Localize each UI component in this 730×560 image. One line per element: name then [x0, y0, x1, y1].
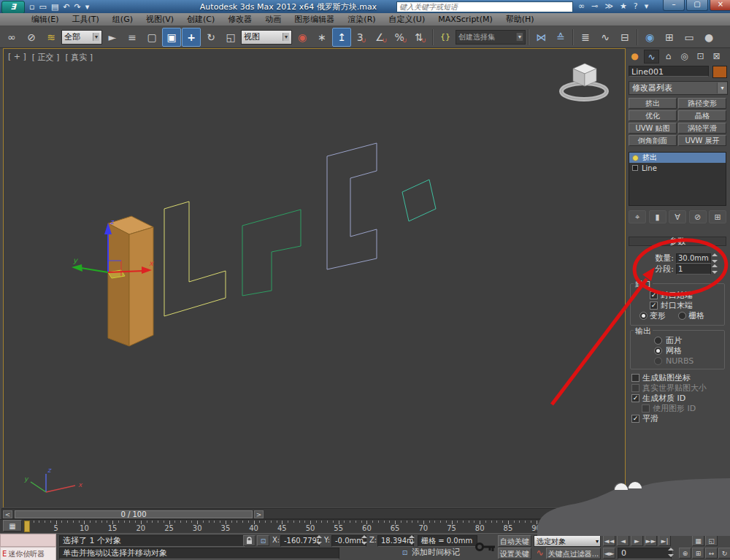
menu-maxscript[interactable]: MAXScript(M) [431, 13, 499, 26]
radio-grid[interactable] [678, 312, 686, 320]
save-file-icon[interactable]: ▤ [51, 2, 58, 12]
show-end-result-icon[interactable]: ▮ [649, 210, 666, 223]
time-slider-handle[interactable]: 0 / 100 [15, 510, 253, 518]
signin-icon[interactable]: ≫ [604, 1, 613, 11]
key-icon[interactable]: ⊸ [591, 1, 598, 11]
time-slider-track[interactable]: < 0 / 100 > [1, 508, 626, 519]
pin-stack-icon[interactable]: ⌖ [629, 210, 646, 223]
stack-item-line[interactable]: Line [629, 163, 726, 173]
modifier-button-optimize[interactable]: 优化 [629, 110, 677, 121]
viewport[interactable]: [ + ] [ 正交 ] [ 真实 ] x y z [3, 48, 626, 508]
go-to-start-icon[interactable]: ◄◄ [603, 535, 615, 546]
maximize-viewport-icon[interactable]: ◱ [705, 535, 718, 546]
menu-edit[interactable]: 编辑(E) [25, 13, 66, 26]
object-color-swatch[interactable] [712, 66, 727, 78]
select-and-link-icon[interactable]: ∞ [2, 28, 21, 47]
checkbox-cap-start[interactable]: ✓ [650, 291, 658, 299]
select-and-move-icon[interactable]: + [182, 28, 201, 47]
keying-mode-dropdown[interactable]: 选定对象 ▾ [534, 535, 601, 547]
bind-to-spacewarp-icon[interactable]: ≋ [42, 28, 61, 47]
spline-r[interactable] [242, 210, 301, 296]
spinner-snap-icon[interactable]: ⇅∪ [411, 28, 430, 47]
radio-patch[interactable] [654, 337, 662, 345]
maxscript-mini-listener-pink[interactable] [0, 534, 56, 547]
bulb-icon[interactable] [632, 155, 639, 161]
spline-C[interactable] [327, 143, 377, 269]
curve-editor-icon[interactable]: ∿ [596, 28, 615, 47]
frame-spinner[interactable] [668, 548, 675, 557]
make-unique-icon[interactable]: ∀ [669, 210, 686, 223]
key-filters-button[interactable]: 关键点过滤器... [546, 548, 601, 559]
tab-motion-icon[interactable]: ◎ [677, 50, 691, 62]
new-file-icon[interactable]: ▫ [29, 2, 34, 12]
extruded-box-right[interactable] [129, 227, 153, 346]
spline-diamond[interactable] [402, 180, 436, 221]
viewcube[interactable] [556, 61, 612, 103]
search-input[interactable] [397, 2, 572, 12]
layer-manager-icon[interactable]: ≣ [576, 28, 595, 47]
maximize-button[interactable]: ▢ [686, 0, 708, 11]
app-logo-button[interactable]: Ǝ [1, 1, 25, 14]
set-key-button[interactable]: 设置关键点 [498, 548, 531, 559]
go-to-end-icon[interactable]: ►| [658, 535, 671, 546]
schematic-view-icon[interactable]: ⊟ [615, 28, 634, 47]
next-frame-icon[interactable]: ►► [645, 535, 657, 546]
menu-views[interactable]: 视图(V) [139, 13, 180, 26]
minimize-button[interactable]: – [663, 0, 685, 11]
current-frame-marker[interactable] [24, 521, 30, 532]
play-animation-icon[interactable]: ► [631, 535, 643, 546]
angle-snap-icon[interactable]: ∠∪ [372, 28, 391, 47]
zoom-extents-icon[interactable]: ⊞ [692, 548, 704, 559]
modifier-button-turbosmooth[interactable]: 涡轮平滑 [678, 123, 726, 134]
modifier-button-uvwmap[interactable]: UVW 贴图 [629, 123, 677, 134]
z-spinner[interactable] [409, 535, 415, 545]
checkbox-gen-matids[interactable]: ✓ [631, 394, 639, 402]
selection-lock-icon[interactable] [243, 535, 256, 546]
unlink-selection-icon[interactable]: ⊘ [22, 28, 41, 47]
named-selection-dropdown[interactable]: 创建选择集▾ [456, 30, 526, 45]
open-mini-curve-editor-button[interactable]: ▦ [3, 520, 22, 532]
x-spinner[interactable] [316, 535, 323, 545]
menu-rendering[interactable]: 渲染(R) [341, 13, 382, 26]
rendered-frame-icon[interactable]: ▭ [680, 28, 699, 47]
favorites-star-icon[interactable]: ★ [620, 1, 627, 11]
menu-customize[interactable]: 自定义(U) [383, 13, 432, 26]
use-center-icon[interactable]: ◉ [293, 28, 312, 47]
spline-L[interactable] [164, 202, 226, 316]
help-caret-icon[interactable]: ▾ [645, 1, 649, 11]
orbit-icon[interactable]: ↻ [718, 548, 730, 559]
radio-mesh[interactable] [654, 347, 662, 355]
extruded-box-left[interactable] [108, 223, 129, 346]
track-bar[interactable]: 051015202530354045505560657075808590 [0, 519, 626, 534]
parameters-rollout-header[interactable]: 参数 [629, 237, 726, 246]
amount-field[interactable]: 30.0mm [676, 253, 711, 264]
time-next-button[interactable]: > [254, 510, 264, 518]
set-keys-key-icon[interactable] [474, 537, 496, 557]
add-time-tag-icon[interactable]: ⊡ [399, 548, 411, 559]
zoom-icon[interactable]: ⊕ [679, 548, 691, 559]
menu-group[interactable]: 组(G) [106, 13, 139, 26]
select-and-scale-icon[interactable]: ◱ [221, 28, 240, 47]
coordsys-dropdown[interactable]: 视图▾ [241, 30, 292, 45]
render-setup-icon[interactable]: ⊞ [660, 28, 679, 47]
select-and-rotate-icon[interactable]: ↻ [201, 28, 220, 47]
modifier-button-lattice[interactable]: 晶格 [678, 110, 726, 121]
absolute-mode-icon[interactable]: ⊡ [257, 535, 269, 546]
checkbox-gen-mapping[interactable] [631, 374, 639, 382]
select-object-icon[interactable]: ► [103, 28, 122, 47]
modifier-button-pathdeform[interactable]: 路径变形 [678, 98, 726, 109]
menu-graph-editors[interactable]: 图形编辑器 [288, 13, 341, 26]
radio-nurbs[interactable] [654, 357, 662, 365]
maxscript-mini-listener[interactable]: E迷你侦听器 [0, 547, 56, 560]
segments-spinner[interactable] [712, 264, 718, 274]
close-button[interactable]: × [710, 0, 730, 11]
material-editor-icon[interactable]: ◉ [640, 28, 659, 47]
key-mode-toggle-icon[interactable]: ◄► [603, 548, 615, 559]
zoom-region-icon[interactable]: ▦ [692, 535, 704, 546]
menu-create[interactable]: 创建(C) [180, 13, 221, 26]
rectangular-region-icon[interactable]: ▢ [142, 28, 161, 47]
redo-icon[interactable]: ↷ [74, 2, 81, 12]
qat-caret-icon[interactable]: ▾ [85, 2, 90, 12]
tab-display-icon[interactable]: ⊡ [694, 50, 707, 62]
checkbox-cap-end[interactable]: ✓ [650, 302, 658, 310]
